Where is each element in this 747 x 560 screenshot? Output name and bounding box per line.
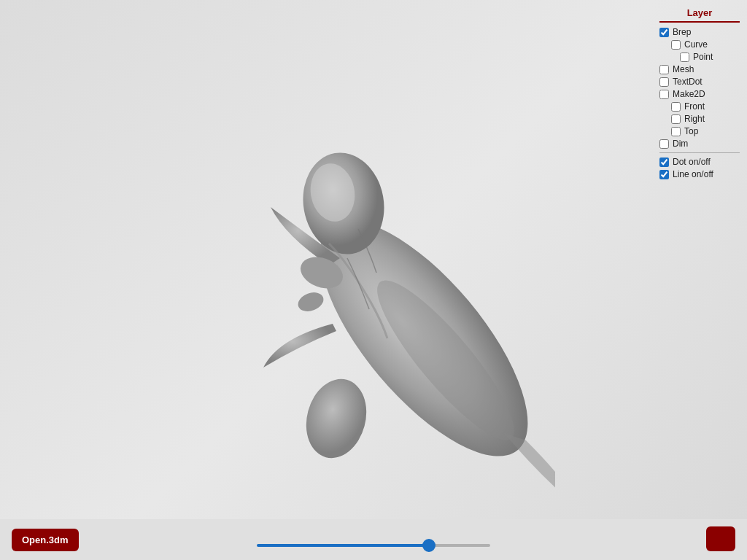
model-wing-lower: [263, 324, 336, 368]
layer-checkbox-dim[interactable]: [659, 139, 669, 149]
layer-item-line-onoff: Line on/off: [659, 169, 740, 179]
layer-checkbox-point[interactable]: [680, 52, 689, 62]
layer-checkbox-right[interactable]: [671, 114, 681, 124]
viewport: Layer Brep Curve Point Mesh TextDot: [0, 0, 747, 560]
red-action-button[interactable]: [706, 526, 735, 551]
layer-item-dim: Dim: [659, 139, 740, 149]
3d-model-area: [117, 61, 555, 499]
layer-checkbox-brep[interactable]: [659, 28, 669, 37]
layer-item-dot-onoff: Dot on/off: [659, 157, 740, 167]
layer-checkbox-curve[interactable]: [671, 40, 681, 50]
layer-label-make2d[interactable]: Make2D: [673, 89, 705, 99]
layer-checkbox-dot-onoff[interactable]: [659, 158, 669, 167]
layer-item-top: Top: [659, 126, 740, 136]
timeline-slider[interactable]: [257, 544, 490, 547]
model-protrusion: [295, 289, 326, 315]
layer-label-line-onoff[interactable]: Line on/off: [673, 169, 713, 179]
layer-label-right[interactable]: Right: [684, 114, 705, 124]
layer-panel: Layer Brep Curve Point Mesh TextDot: [659, 7, 740, 182]
layer-item-make2d: Make2D: [659, 89, 740, 99]
layer-label-textdot[interactable]: TextDot: [673, 77, 703, 87]
layer-item-front: Front: [659, 101, 740, 112]
layer-item-curve: Curve: [659, 39, 740, 50]
layer-label-dim[interactable]: Dim: [673, 139, 688, 149]
layer-label-point[interactable]: Point: [693, 52, 713, 62]
layer-label-curve[interactable]: Curve: [684, 39, 708, 50]
layer-label-front[interactable]: Front: [684, 101, 705, 112]
layer-item-mesh: Mesh: [659, 64, 740, 74]
model-bottom: [298, 373, 375, 465]
layer-item-brep: Brep: [659, 27, 740, 37]
layer-label-mesh[interactable]: Mesh: [673, 64, 694, 74]
model-svg: [117, 61, 555, 499]
layer-item-point: Point: [659, 52, 740, 62]
layer-item-textdot: TextDot: [659, 77, 740, 87]
layer-label-top[interactable]: Top: [684, 126, 698, 136]
bottom-toolbar: Open.3dm: [0, 519, 747, 560]
layer-checkbox-make2d[interactable]: [659, 90, 669, 99]
layer-label-brep[interactable]: Brep: [673, 27, 691, 37]
layer-divider: [659, 152, 740, 153]
layer-label-dot-onoff[interactable]: Dot on/off: [673, 157, 711, 167]
layer-checkbox-line-onoff[interactable]: [659, 170, 669, 179]
open-button[interactable]: Open.3dm: [12, 529, 79, 551]
layer-panel-title: Layer: [659, 7, 740, 23]
layer-item-right: Right: [659, 114, 740, 124]
layer-checkbox-textdot[interactable]: [659, 77, 669, 87]
slider-container: [257, 544, 490, 547]
layer-checkbox-front[interactable]: [671, 102, 681, 112]
layer-checkbox-top[interactable]: [671, 127, 681, 136]
layer-checkbox-mesh[interactable]: [659, 65, 669, 74]
